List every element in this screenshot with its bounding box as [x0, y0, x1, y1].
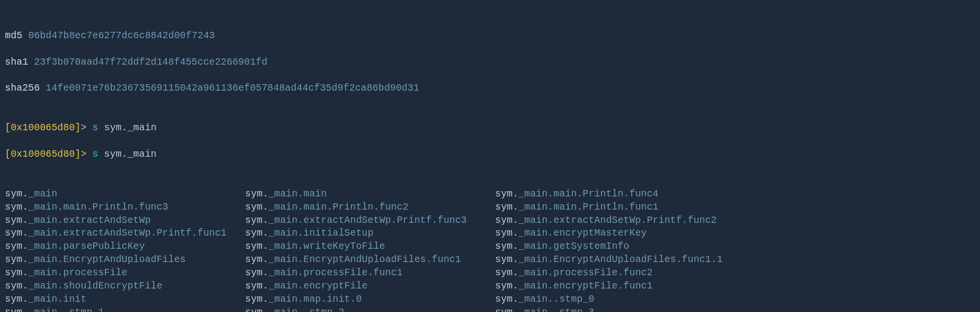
symbol-body: _main.main.Println.func4	[519, 189, 659, 199]
symbol-body: _main.getSystemInfo	[519, 241, 629, 252]
symbol-prefix: sym.	[5, 281, 28, 291]
symbol-entry[interactable]: sym._main.encryptFile.func1	[495, 280, 975, 293]
symbol-body: _main.main.Println.func3	[28, 202, 169, 213]
symbol-prefix: sym.	[5, 267, 28, 278]
symbol-prefix: sym.	[245, 307, 269, 312]
symbol-entry[interactable]: sym._main.extractAndSetWp.Printf.func1	[5, 227, 245, 240]
symbol-prefix: sym.	[5, 294, 28, 305]
symbol-prefix: sym.	[495, 189, 519, 199]
symbol-entry[interactable]: sym._main.processFile.func1	[245, 266, 495, 280]
hash-value: 06bd47b8ec7e6277dc6c8842d00f7243	[28, 30, 215, 41]
symbol-prefix: sym.	[245, 281, 269, 291]
symbol-body: _main.main.Println.func1	[519, 202, 659, 213]
symbol-entry[interactable]: sym._main.main.Println.func3	[5, 201, 245, 214]
symbol-entry[interactable]: sym._main.extractAndSetWp	[5, 214, 245, 227]
symbol-body: _main.encryptMasterKey	[519, 228, 647, 239]
symbol-entry[interactable]: sym._main.EncryptAndUploadFiles.func1	[245, 253, 495, 266]
symbol-entry[interactable]: sym._main.main.Println.func2	[245, 201, 495, 214]
symbol-body: _main..stmp_1	[28, 307, 104, 312]
symbol-prefix: sym.	[245, 215, 269, 226]
symbol-entry[interactable]: sym._main..stmp_2	[245, 306, 495, 312]
symbol-prefix: sym.	[495, 241, 519, 252]
symbol-prefix: sym.	[5, 202, 28, 213]
symbol-body: _main	[28, 189, 58, 199]
symbol-entry[interactable]: sym._main.getSystemInfo	[495, 240, 975, 253]
symbol-body: _main.encryptFile	[269, 281, 368, 291]
symbol-body: _main.shouldEncryptFile	[28, 281, 163, 291]
symbol-prefix: sym.	[495, 215, 519, 226]
hash-label: md5	[5, 30, 23, 41]
symbol-entry[interactable]: sym._main.shouldEncryptFile	[5, 280, 245, 293]
symbol-body: _main.writeKeyToFile	[269, 241, 385, 252]
symbol-prefix: sym.	[495, 267, 519, 278]
hash-line-md5: md5 06bd47b8ec7e6277dc6c8842d00f7243	[5, 29, 975, 43]
symbol-body: _main.extractAndSetWp.Printf.func2	[519, 215, 717, 226]
symbol-entry[interactable]: sym._main.init	[5, 293, 245, 306]
symbol-entry[interactable]: sym._main.main	[245, 188, 495, 201]
symbol-body: _main..stmp_3	[519, 307, 595, 312]
hash-line-sha256: sha256 14fe0071e76b23673569115042a961136…	[5, 82, 975, 95]
symbol-entry[interactable]: sym._main.EncryptAndUploadFiles	[5, 253, 245, 266]
symbol-body: _main.processFile	[28, 267, 127, 278]
symbol-prefix: sym.	[5, 241, 28, 252]
symbol-prefix: sym.	[5, 228, 28, 239]
symbol-body: _main.extractAndSetWp	[28, 215, 151, 226]
symbol-entry[interactable]: sym._main..stmp_3	[495, 306, 975, 312]
symbol-body: _main.processFile.func2	[519, 267, 653, 278]
terminal-output[interactable]: md5 06bd47b8ec7e6277dc6c8842d00f7243 sha…	[0, 0, 980, 312]
symbol-entry[interactable]: sym._main..stmp_1	[5, 306, 245, 312]
symbol-body: _main.processFile.func1	[269, 267, 403, 278]
symbol-prefix: sym.	[495, 202, 519, 213]
symbol-entry[interactable]: sym._main.parsePublicKey	[5, 240, 245, 253]
symbol-entry[interactable]: sym._main.processFile	[5, 266, 245, 280]
command: s	[93, 149, 99, 160]
symbol-entry[interactable]: sym._main.initialSetup	[245, 227, 495, 240]
symbol-columns: sym._mainsym._main.mainsym._main.main.Pr…	[5, 188, 975, 312]
hash-value: 23f3b070aad47f72ddf2d148f455cce2266901fd	[34, 57, 268, 68]
hash-value: 14fe0071e76b23673569115042a961136ef05784…	[46, 83, 419, 94]
symbol-prefix: sym.	[495, 254, 519, 265]
symbol-body: _main..stmp_2	[269, 307, 345, 312]
symbol-entry[interactable]: sym._main.extractAndSetWp.Printf.func2	[495, 214, 975, 227]
prompt-line[interactable]: [0x100065d80]> s sym._main	[5, 148, 975, 161]
symbol-prefix: sym.	[245, 189, 269, 199]
symbol-entry[interactable]: sym._main.main.Println.func4	[495, 188, 975, 201]
command-arg: sym._main	[104, 149, 156, 160]
symbol-body: _main.extractAndSetWp.Printf.func1	[28, 228, 227, 239]
hash-label: sha1	[5, 57, 28, 68]
symbol-prefix: sym.	[245, 228, 269, 239]
symbol-prefix: sym.	[245, 241, 269, 252]
symbol-body: _main.initialSetup	[269, 228, 374, 239]
symbol-entry[interactable]: sym._main.main.Println.func1	[495, 201, 975, 214]
symbol-body: _main.EncryptAndUploadFiles.func1	[269, 254, 461, 265]
prompt-address: [0x100065d80]>	[5, 149, 87, 160]
symbol-prefix: sym.	[495, 281, 519, 291]
symbol-entry[interactable]: sym._main.map.init.0	[245, 293, 495, 306]
symbol-body: _main.init	[28, 294, 87, 305]
command: s	[93, 122, 99, 133]
hash-line-sha1: sha1 23f3b070aad47f72ddf2d148f455cce2266…	[5, 56, 975, 69]
symbol-body: _main.map.init.0	[269, 294, 362, 305]
symbol-prefix: sym.	[245, 294, 269, 305]
symbol-body: _main.main.Println.func2	[269, 202, 409, 213]
symbol-body: _main.main	[269, 189, 327, 199]
symbol-entry[interactable]: sym._main.writeKeyToFile	[245, 240, 495, 253]
symbol-entry[interactable]: sym._main..stmp_0	[495, 293, 975, 306]
prompt-line[interactable]: [0x100065d80]> s sym._main	[5, 121, 975, 135]
symbol-prefix: sym.	[245, 267, 269, 278]
symbol-body: _main..stmp_0	[519, 294, 595, 305]
symbol-entry[interactable]: sym._main.EncryptAndUploadFiles.func1.1	[495, 253, 975, 266]
symbol-entry[interactable]: sym._main.extractAndSetWp.Printf.func3	[245, 214, 495, 227]
symbol-prefix: sym.	[5, 189, 28, 199]
symbol-prefix: sym.	[495, 294, 519, 305]
symbol-entry[interactable]: sym._main.encryptFile	[245, 280, 495, 293]
symbol-entry[interactable]: sym._main.encryptMasterKey	[495, 227, 975, 240]
symbol-entry[interactable]: sym._main	[5, 188, 245, 201]
hash-label: sha256	[5, 83, 40, 94]
symbol-body: _main.EncryptAndUploadFiles.func1.1	[519, 254, 723, 265]
symbol-prefix: sym.	[495, 228, 519, 239]
symbol-body: _main.parsePublicKey	[28, 241, 145, 252]
symbol-body: _main.EncryptAndUploadFiles	[28, 254, 186, 265]
symbol-entry[interactable]: sym._main.processFile.func2	[495, 266, 975, 280]
symbol-prefix: sym.	[495, 307, 519, 312]
